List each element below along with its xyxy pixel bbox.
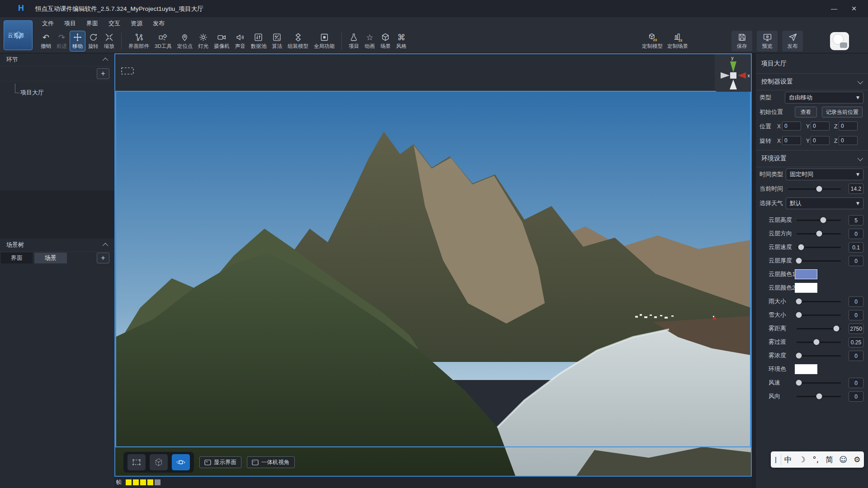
ime-simplified-toggle[interactable]: 简 — [823, 455, 837, 465]
position-z-input[interactable] — [839, 122, 858, 131]
cloud-color1-swatch[interactable] — [795, 269, 817, 279]
marquee-select-button[interactable] — [127, 454, 146, 470]
orbit-view-button[interactable] — [172, 454, 190, 470]
collapse-chevron-icon[interactable] — [103, 57, 108, 63]
cloud-height-slider[interactable] — [797, 220, 841, 221]
add-step-button[interactable]: + — [97, 68, 109, 79]
cloud-speed-value[interactable] — [849, 242, 863, 253]
tool-scale[interactable]: 缩放 — [101, 31, 117, 52]
tool-global[interactable]: 全局功能 — [311, 31, 337, 52]
cloud-thickness-slider[interactable] — [797, 260, 841, 262]
fog-density-slider[interactable] — [797, 355, 841, 357]
rain-size-value[interactable] — [849, 296, 863, 307]
cloud-direction-slider[interactable] — [797, 233, 841, 235]
wind-speed-slider[interactable] — [797, 382, 841, 384]
tool-datapool[interactable]: 数据池 — [248, 31, 269, 52]
wind-direction-slider[interactable] — [797, 396, 841, 397]
tool-light[interactable]: 灯光 — [195, 31, 211, 52]
tree-item-project-hall[interactable]: 项目大厅 — [0, 87, 114, 99]
fog-distance-slider[interactable] — [797, 328, 841, 329]
custom-scene-button[interactable]: 23 定制场景 — [667, 31, 688, 52]
position-y-input[interactable] — [811, 122, 830, 131]
ime-punctuation-toggle[interactable]: °, — [809, 455, 823, 464]
menu-publish[interactable]: 发布 — [153, 17, 165, 29]
cloud-color2-swatch[interactable] — [795, 283, 817, 293]
emoji-icon[interactable]: ☺ — [836, 455, 850, 464]
snow-size-slider[interactable] — [797, 314, 841, 316]
show-ui-button[interactable]: 显示界面 — [199, 456, 241, 468]
tool-rotate[interactable]: 旋转 — [85, 31, 101, 52]
cloud-thickness-value[interactable] — [849, 256, 863, 266]
menu-interaction[interactable]: 交互 — [108, 17, 120, 29]
fog-transition-value[interactable] — [849, 337, 863, 347]
save-button[interactable]: 保存 — [731, 31, 752, 52]
tool-algorithm[interactable]: 算法 — [269, 31, 285, 52]
gear-icon[interactable]: ⚙ — [850, 455, 864, 464]
minimize-button[interactable]: — — [824, 0, 844, 17]
viewport[interactable]: y x — [114, 53, 752, 477]
position-x-input[interactable] — [782, 122, 801, 131]
menu-file[interactable]: 文件 — [42, 17, 54, 29]
close-button[interactable]: × — [844, 0, 864, 17]
view-button[interactable]: 查看 — [795, 107, 817, 117]
tool-ui-widget[interactable]: 界面部件 — [126, 31, 152, 52]
tool-scene[interactable]: 场景 — [377, 31, 393, 52]
tool-redo[interactable]: ↷ 前进 — [54, 31, 70, 52]
snow-size-value[interactable] — [849, 310, 863, 320]
cloud-resource-button[interactable]: 云资源 — [4, 20, 33, 50]
moon-icon[interactable]: ☽ — [795, 455, 809, 464]
fog-density-value[interactable] — [849, 351, 863, 361]
tool-move[interactable]: 移动 — [70, 31, 85, 52]
tool-sound[interactable]: 声音 — [232, 31, 248, 52]
tool-animation[interactable]: ☆ 动画 — [362, 31, 377, 52]
rain-size-slider[interactable] — [797, 301, 841, 302]
machine-view-button[interactable]: 一体机视角 — [247, 456, 295, 468]
time-type-dropdown[interactable]: 固定时间 ▼ — [786, 169, 863, 180]
cloud-direction-value[interactable] — [849, 229, 863, 239]
menu-interface[interactable]: 界面 — [86, 17, 98, 29]
assistant-mascot-icon[interactable] — [830, 32, 849, 50]
axis-gizmo[interactable]: y x — [715, 54, 751, 92]
current-time-value[interactable] — [849, 183, 863, 194]
wind-speed-value[interactable] — [849, 378, 863, 388]
selection-marquee-icon[interactable] — [121, 67, 134, 76]
record-position-button[interactable]: 记录当前位置 — [822, 107, 863, 117]
tab-interface[interactable]: 界面 — [1, 253, 33, 263]
slider-thumb[interactable] — [816, 186, 822, 192]
tool-anchor[interactable]: 定位点 — [175, 31, 196, 52]
ime-language-toggle[interactable]: 中 — [781, 455, 795, 465]
chevron-down-icon[interactable] — [858, 78, 863, 84]
wind-direction-value[interactable] — [849, 391, 863, 402]
scene-tree-header[interactable]: 场景树 — [0, 239, 114, 252]
cloud-speed-slider[interactable] — [797, 247, 841, 248]
fog-distance-value[interactable] — [849, 324, 863, 334]
fog-transition-slider[interactable] — [797, 342, 841, 343]
steps-panel-header[interactable]: 环节 — [0, 53, 114, 66]
preview-button[interactable]: 预览 — [757, 31, 778, 52]
current-time-slider[interactable] — [788, 188, 841, 190]
tool-3d[interactable]: 3D工具 — [152, 31, 175, 52]
add-scene-button[interactable]: + — [97, 253, 109, 263]
scene-3d-render[interactable] — [115, 91, 751, 476]
ambient-color-swatch[interactable] — [795, 364, 817, 374]
tool-style[interactable]: ⌘ 风格 — [393, 31, 409, 52]
tool-project[interactable]: 项目 — [346, 31, 362, 52]
environment-section-header[interactable]: 环境设置 — [756, 150, 868, 167]
rotation-y-input[interactable] — [811, 136, 830, 145]
tab-scene[interactable]: 场景 — [34, 253, 67, 263]
controller-section-header[interactable]: 控制器设置 — [756, 74, 868, 90]
tool-assemble-model[interactable]: 组装模型 — [285, 31, 311, 52]
chevron-down-icon[interactable] — [858, 155, 863, 161]
type-dropdown[interactable]: 自由移动 ▼ — [785, 92, 863, 103]
custom-model-button[interactable]: 23 定制模型 — [642, 31, 663, 52]
collapse-chevron-icon[interactable] — [103, 243, 108, 249]
menu-project[interactable]: 项目 — [64, 17, 76, 29]
tool-undo[interactable]: ↶ 撤销 — [38, 31, 54, 52]
cloud-height-value[interactable] — [849, 215, 863, 225]
weather-dropdown[interactable]: 默认 ▼ — [786, 197, 863, 209]
publish-button[interactable]: 发布 — [782, 31, 803, 52]
rotation-z-input[interactable] — [839, 136, 858, 145]
menu-resource[interactable]: 资源 — [131, 17, 142, 29]
wireframe-cube-button[interactable] — [150, 454, 168, 470]
tool-camera[interactable]: 摄像机 — [211, 31, 232, 52]
